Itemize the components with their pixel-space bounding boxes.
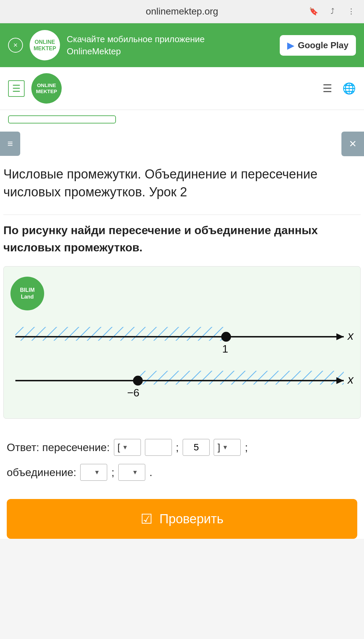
google-play-button[interactable]: ▶ Google Play bbox=[280, 35, 356, 56]
chevron-down-icon-2: ▼ bbox=[222, 444, 228, 451]
bracket-open-select[interactable]: [ ▼ bbox=[114, 439, 141, 456]
chevron-down-icon-3: ▼ bbox=[94, 469, 100, 476]
nav-logo[interactable]: ONLINEMEKTEP bbox=[31, 73, 62, 104]
chevron-down-icon-4: ▼ bbox=[132, 469, 138, 476]
close-panel-button[interactable]: ✕ bbox=[341, 132, 364, 156]
diagram-container: BILIMLand x bbox=[3, 266, 361, 419]
app-banner: × ONLINEMEKTEP Скачайте мобильное прилож… bbox=[0, 23, 364, 67]
browser-bar: onlinemektep.org 🔖 ⤴ ⋮ bbox=[0, 0, 364, 23]
floating-buttons-row: ≡ ✕ bbox=[0, 132, 364, 159]
nav-logo-text: ONLINEMEKTEP bbox=[36, 82, 57, 94]
hamburger-menu-icon[interactable]: ☰ bbox=[8, 80, 25, 97]
union-semicolon: ; bbox=[111, 466, 114, 479]
banner-text: Скачайте мобильное приложениеOnlineMekte… bbox=[67, 33, 273, 58]
url-display: onlinemektep.org bbox=[146, 6, 218, 17]
breadcrumb-dropdown[interactable] bbox=[8, 115, 116, 123]
svg-marker-3 bbox=[336, 333, 344, 340]
chevron-down-icon: ▼ bbox=[122, 444, 128, 451]
navigation-bar: ☰ ONLINEMEKTEP ☰ 🌐 bbox=[0, 67, 364, 110]
svg-point-5 bbox=[221, 332, 231, 342]
list-icon[interactable]: ☰ bbox=[323, 82, 332, 95]
intersection-value2-input[interactable] bbox=[183, 439, 210, 456]
globe-icon[interactable]: 🌐 bbox=[342, 82, 356, 95]
svg-text:x: x bbox=[347, 373, 354, 386]
intersection-label: Ответ: пересечение: bbox=[7, 441, 110, 454]
play-store-icon: ▶ bbox=[287, 40, 295, 51]
svg-rect-1 bbox=[16, 327, 226, 341]
lesson-title: Числовые промежутки. Объединение и перес… bbox=[0, 165, 364, 201]
semicolon2: ; bbox=[245, 441, 248, 454]
share-icon[interactable]: ⤴ bbox=[326, 5, 338, 18]
number-line-2-svg: x −6 bbox=[10, 361, 354, 400]
breadcrumb-area bbox=[0, 110, 364, 132]
svg-text:−6: −6 bbox=[127, 387, 139, 399]
check-button-label: Проверить bbox=[159, 512, 223, 526]
separator bbox=[3, 215, 361, 215]
intersection-value1-input[interactable] bbox=[145, 439, 172, 456]
menu-toggle-button[interactable]: ≡ bbox=[0, 132, 20, 156]
bilim-land-badge: BILIMLand bbox=[10, 277, 44, 310]
more-icon[interactable]: ⋮ bbox=[345, 5, 357, 18]
union-select1[interactable]: ▼ bbox=[80, 464, 107, 481]
svg-text:x: x bbox=[347, 329, 354, 342]
main-content: ≡ ✕ Числовые промежутки. Объединение и п… bbox=[0, 132, 364, 539]
intersection-row: Ответ: пересечение: [ ▼ ; ] ▼ ; bbox=[7, 439, 357, 456]
check-icon: ☑ bbox=[141, 511, 153, 527]
banner-logo-text: ONLINEMEKTEP bbox=[34, 39, 56, 52]
browser-icons: 🔖 ⤴ ⋮ bbox=[307, 5, 357, 18]
google-play-label: Google Play bbox=[298, 40, 348, 51]
banner-logo: ONLINEMEKTEP bbox=[30, 30, 60, 60]
task-text: По рисунку найди пересечение и объединен… bbox=[0, 222, 364, 256]
nav-right-icons: ☰ 🌐 bbox=[323, 82, 356, 95]
number-line-1-svg: x 1 bbox=[10, 317, 354, 356]
bilim-land-text: BILIMLand bbox=[20, 287, 35, 301]
number-line-1: x 1 bbox=[10, 317, 354, 358]
banner-close-button[interactable]: × bbox=[8, 38, 23, 53]
svg-text:1: 1 bbox=[222, 343, 228, 355]
svg-point-12 bbox=[133, 376, 143, 386]
union-label: объединение: bbox=[7, 466, 76, 479]
union-period: . bbox=[149, 466, 152, 479]
union-row: объединение: ▼ ; ▼ . bbox=[7, 464, 357, 481]
bookmark-icon[interactable]: 🔖 bbox=[307, 5, 320, 18]
bracket-close-select[interactable]: ] ▼ bbox=[214, 439, 241, 456]
svg-rect-8 bbox=[138, 371, 344, 385]
union-select2[interactable]: ▼ bbox=[118, 464, 145, 481]
number-line-2: x −6 bbox=[10, 361, 354, 401]
answer-section: Ответ: пересечение: [ ▼ ; ] ▼ ; объедине… bbox=[0, 432, 364, 499]
check-button[interactable]: ☑ Проверить bbox=[7, 499, 357, 539]
semicolon1: ; bbox=[176, 441, 179, 454]
